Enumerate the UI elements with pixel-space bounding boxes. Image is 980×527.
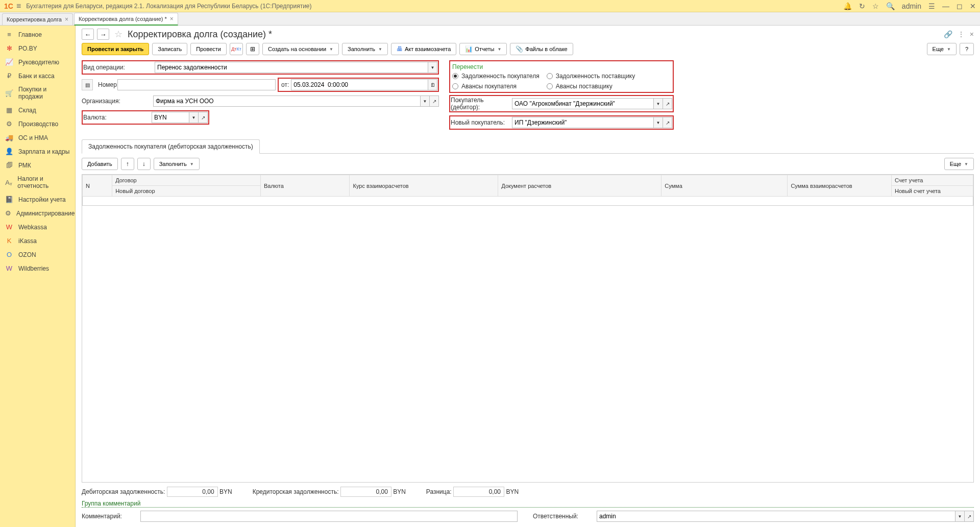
dropdown-icon[interactable]: ▼	[955, 511, 965, 522]
newbuyer-input[interactable]	[512, 117, 654, 128]
radio-buyer-debt[interactable]: Задолженность покупателя	[452, 73, 540, 80]
comment-input[interactable]	[140, 511, 518, 522]
open-icon[interactable]: ↗	[663, 117, 672, 128]
radio-buyer-advance[interactable]: Авансы покупателя	[452, 83, 540, 90]
org-input[interactable]	[153, 95, 421, 107]
side-hr[interactable]: 👤Зарплата и кадры	[0, 145, 75, 158]
open-icon[interactable]: ↗	[663, 98, 672, 109]
link-icon[interactable]: 🔗	[944, 30, 952, 38]
dt-kt-button[interactable]: ДтКт	[230, 43, 243, 55]
tab-close-icon[interactable]: ×	[65, 16, 68, 23]
side-ozon[interactable]: OOZON	[0, 248, 75, 261]
calendar-icon[interactable]: 🗓	[428, 79, 437, 90]
dropdown-icon[interactable]: ▼	[189, 112, 199, 123]
open-icon[interactable]: ↗	[199, 112, 208, 123]
star-icon[interactable]: ☆	[872, 2, 879, 10]
create-based-button[interactable]: Создать на основании▼	[262, 43, 339, 55]
col-currency[interactable]: Валюта	[260, 175, 350, 197]
op-type-input[interactable]	[155, 62, 428, 73]
org-combo[interactable]: ▼ ↗	[153, 95, 439, 107]
radio-supplier-debt[interactable]: Задолженность поставщику	[547, 73, 635, 80]
user-label[interactable]: admin	[902, 2, 921, 10]
col-new-contract[interactable]: Новый договор	[112, 186, 261, 197]
dropdown-icon[interactable]: ▼	[654, 98, 663, 109]
side-tax[interactable]: AᵧНалоги и отчетность	[0, 172, 75, 193]
settings-icon[interactable]: ☰	[928, 2, 935, 10]
post-close-button[interactable]: Провести и закрыть	[82, 43, 149, 55]
date-input[interactable]	[291, 79, 428, 90]
nav-forward-button[interactable]: →	[97, 29, 109, 40]
move-up-button[interactable]: ↑	[121, 158, 134, 170]
number-input[interactable]	[117, 79, 276, 90]
dropdown-icon[interactable]: ▼	[654, 117, 663, 128]
side-sales[interactable]: 🛒Покупки и продажи	[0, 83, 75, 103]
close-window-icon[interactable]: ✕	[970, 2, 976, 10]
dropdown-icon[interactable]: ▼	[428, 62, 437, 73]
tab-debt[interactable]: Корректировка долга ×	[2, 13, 73, 25]
resp-input[interactable]	[597, 511, 955, 522]
table-more-button[interactable]: Еще▼	[944, 158, 974, 170]
col-contract[interactable]: Договор	[112, 175, 261, 186]
col-sum-mutual[interactable]: Сумма взаиморасчетов	[788, 175, 892, 197]
search-icon[interactable]: 🔍	[886, 2, 895, 10]
act-button[interactable]: 🖶Акт взаимозачета	[391, 43, 456, 55]
more-icon[interactable]: ⋮	[958, 30, 965, 38]
nav-back-button[interactable]: ←	[82, 29, 94, 40]
table-fill-button[interactable]: Заполнить▼	[154, 158, 200, 170]
currency-input[interactable]	[152, 112, 189, 123]
side-production[interactable]: ⚙Производство	[0, 117, 75, 131]
side-poby[interactable]: ✻PO.BY	[0, 41, 75, 55]
col-account[interactable]: Счет учета	[892, 175, 973, 186]
side-warehouse[interactable]: ▦Склад	[0, 103, 75, 117]
currency-combo[interactable]: ▼ ↗	[152, 112, 208, 123]
newbuyer-combo[interactable]: ▼ ↗	[512, 117, 672, 128]
open-icon[interactable]: ↗	[965, 511, 974, 522]
minimize-icon[interactable]: —	[942, 2, 949, 10]
more-button[interactable]: Еще▼	[927, 43, 957, 55]
debt-table[interactable]: N Договор Валюта Курс взаиморасчетов Док…	[82, 175, 973, 206]
op-type-combo[interactable]: ▼	[155, 62, 437, 73]
side-settings[interactable]: 📓Настройки учета	[0, 193, 75, 206]
side-webkassa[interactable]: WWebkassa	[0, 220, 75, 234]
side-main[interactable]: ≡Главное	[0, 28, 75, 41]
number-mode-icon[interactable]: ▤	[82, 79, 93, 90]
side-assets[interactable]: 🚚ОС и НМА	[0, 131, 75, 145]
subtab-debt[interactable]: Задолженность покупателя (дебиторская за…	[82, 139, 260, 154]
side-bank[interactable]: ₽Банк и касса	[0, 69, 75, 83]
date-combo[interactable]: 🗓	[291, 79, 437, 90]
close-icon[interactable]: ×	[970, 30, 974, 38]
menu-burger-icon[interactable]: ≡	[16, 2, 21, 11]
help-button[interactable]: ?	[960, 43, 974, 55]
tab-close-icon[interactable]: ×	[170, 15, 174, 22]
reports-button[interactable]: 📊Отчеты▼	[459, 43, 507, 55]
post-button[interactable]: Провести	[190, 43, 227, 55]
buyer-input[interactable]	[512, 98, 654, 109]
history-icon[interactable]: ↻	[859, 2, 865, 10]
dropdown-icon[interactable]: ▼	[421, 95, 430, 107]
side-manager[interactable]: 📈Руководителю	[0, 55, 75, 69]
col-rate[interactable]: Курс взаиморасчетов	[350, 175, 498, 197]
bell-icon[interactable]: 🔔	[843, 2, 852, 10]
radio-supplier-advance[interactable]: Авансы поставщику	[547, 83, 635, 90]
move-down-button[interactable]: ↓	[137, 158, 151, 170]
col-sum[interactable]: Сумма	[662, 175, 788, 197]
open-icon[interactable]: ↗	[430, 95, 439, 107]
structure-button[interactable]: ⊞	[246, 43, 259, 55]
maximize-icon[interactable]: ◻	[957, 2, 963, 10]
side-wildberries[interactable]: WWildberries	[0, 261, 75, 275]
save-button[interactable]: Записать	[152, 43, 187, 55]
col-n[interactable]: N	[83, 175, 112, 197]
side-rmk[interactable]: 🗐РМК	[0, 158, 75, 172]
fill-button[interactable]: Заполнить▼	[342, 43, 388, 55]
favorite-star-icon[interactable]: ☆	[114, 29, 122, 40]
col-new-account[interactable]: Новый счет учета	[892, 186, 973, 197]
comments-group-link[interactable]: Группа комментарий	[82, 500, 974, 508]
resp-combo[interactable]: ▼ ↗	[597, 511, 974, 522]
add-row-button[interactable]: Добавить	[82, 158, 118, 170]
buyer-combo[interactable]: ▼ ↗	[512, 98, 672, 109]
col-doc[interactable]: Документ расчетов	[498, 175, 662, 197]
files-button[interactable]: 📎Файлы в облаке	[510, 43, 573, 55]
side-ikassa[interactable]: KiKassa	[0, 234, 75, 248]
side-admin[interactable]: ⚙Администрирование	[0, 206, 75, 220]
tab-debt-create[interactable]: Корректировка долга (создание) * ×	[74, 13, 178, 26]
